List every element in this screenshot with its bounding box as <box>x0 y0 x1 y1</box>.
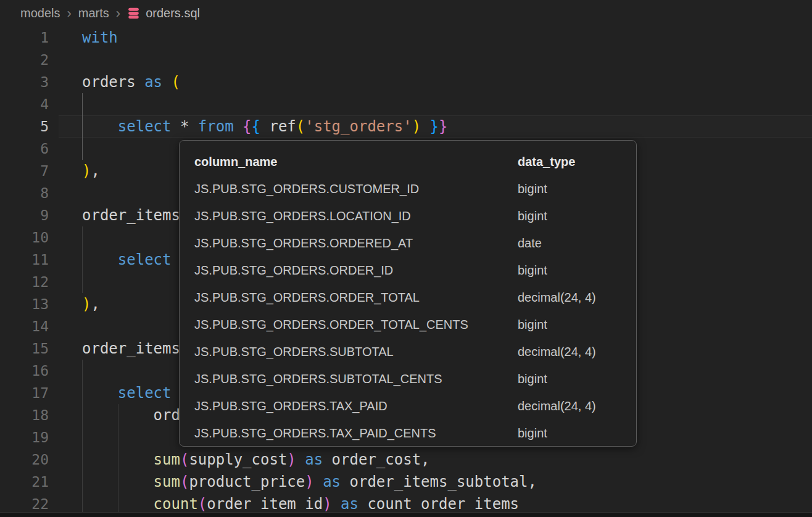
code-line-text: count(order_item_id) as count_order_item… <box>49 495 519 513</box>
code-line-text: sum(product_price) as order_items_subtot… <box>49 473 537 490</box>
line-number[interactable]: 5 <box>0 118 49 134</box>
popup-cell-column-name: JS.PUB.STG_ORDERS.SUBTOTAL_CENTS <box>194 372 518 386</box>
line-number[interactable]: 13 <box>0 296 49 312</box>
code-line[interactable]: 4 <box>0 93 812 115</box>
popup-column-row: JS.PUB.STG_ORDERS.ORDER_TOTALdecimal(24,… <box>194 284 636 311</box>
breadcrumb-item-models[interactable]: models <box>20 6 60 20</box>
line-number[interactable]: 3 <box>0 74 49 90</box>
line-number[interactable]: 11 <box>0 252 49 268</box>
popup-cell-column-name: JS.PUB.STG_ORDERS.LOCATION_ID <box>194 209 518 223</box>
line-number[interactable]: 17 <box>0 385 49 401</box>
line-number[interactable]: 15 <box>0 341 49 357</box>
popup-cell-column-name: JS.PUB.STG_ORDERS.ORDERED_AT <box>194 236 518 250</box>
line-number[interactable]: 12 <box>0 274 49 290</box>
column-info-popup: column_name data_type JS.PUB.STG_ORDERS.… <box>179 140 637 447</box>
popup-column-row: JS.PUB.STG_ORDERS.ORDERED_ATdate <box>194 230 636 257</box>
code-line-text: with <box>49 29 118 46</box>
breadcrumb-separator: › <box>67 7 71 20</box>
code-line[interactable]: 3orders as ( <box>0 71 812 93</box>
popup-column-row: JS.PUB.STG_ORDERS.TAX_PAIDdecimal(24, 4) <box>194 392 636 420</box>
code-line-text: order_items <box>49 340 180 357</box>
line-number[interactable]: 2 <box>0 52 49 68</box>
popup-column-row: JS.PUB.STG_ORDERS.LOCATION_IDbigint <box>194 202 636 230</box>
code-line-text: select <box>49 384 172 402</box>
code-line-text: ord <box>49 407 180 424</box>
database-icon <box>127 7 140 20</box>
code-line-text: order_items <box>49 207 180 224</box>
line-number[interactable]: 21 <box>0 474 49 490</box>
code-line-text: select * from {{ ref('stg_orders') }} <box>49 118 447 135</box>
popup-cell-column-name: JS.PUB.STG_ORDERS.SUBTOTAL <box>194 345 518 359</box>
breadcrumb-separator: › <box>116 7 120 20</box>
popup-column-row: JS.PUB.STG_ORDERS.SUBTOTAL_CENTSbigint <box>194 365 636 392</box>
popup-cell-column-name: JS.PUB.STG_ORDERS.ORDER_TOTAL <box>194 291 518 305</box>
code-line-text: orders as ( <box>49 73 180 91</box>
line-number[interactable]: 19 <box>0 429 49 445</box>
breadcrumb: models › marts › orders.sql <box>0 0 812 27</box>
line-number[interactable]: 22 <box>0 496 49 512</box>
popup-column-row: JS.PUB.STG_ORDERS.ORDER_IDbigint <box>194 257 636 284</box>
code-line[interactable]: 5 select * from {{ ref('stg_orders') }} <box>0 115 812 138</box>
popup-header-data-type: data_type <box>518 155 636 169</box>
popup-cell-column-name: JS.PUB.STG_ORDERS.ORDER_ID <box>194 263 518 278</box>
popup-cell-data-type: bigint <box>518 318 636 332</box>
popup-cell-data-type: date <box>518 236 636 250</box>
line-number[interactable]: 6 <box>0 141 49 157</box>
popup-cell-data-type: bigint <box>518 372 636 386</box>
code-line-text: ), <box>49 162 100 180</box>
popup-header-column-name: column_name <box>194 155 518 169</box>
line-number[interactable]: 18 <box>0 407 49 423</box>
code-line[interactable]: 1with <box>0 27 812 49</box>
line-number[interactable]: 10 <box>0 230 49 246</box>
line-number[interactable]: 1 <box>0 30 49 46</box>
popup-column-row: JS.PUB.STG_ORDERS.SUBTOTALdecimal(24, 4) <box>194 338 636 365</box>
popup-cell-data-type: bigint <box>518 426 636 440</box>
code-line[interactable]: 20 sum(supply_cost) as order_cost, <box>0 449 812 471</box>
popup-column-row: JS.PUB.STG_ORDERS.ORDER_TOTAL_CENTSbigin… <box>194 311 636 338</box>
breadcrumb-item-marts[interactable]: marts <box>78 6 109 20</box>
popup-column-row: JS.PUB.STG_ORDERS.TAX_PAID_CENTSbigint <box>194 420 636 447</box>
line-number[interactable]: 8 <box>0 185 49 201</box>
code-line-text: select <box>49 251 172 268</box>
popup-cell-data-type: decimal(24, 4) <box>518 399 636 413</box>
line-number[interactable]: 16 <box>0 363 49 379</box>
code-line[interactable]: 2 <box>0 49 812 71</box>
popup-cell-column-name: JS.PUB.STG_ORDERS.TAX_PAID <box>194 399 518 413</box>
line-number[interactable]: 20 <box>0 452 49 468</box>
code-line-text: ), <box>49 296 100 313</box>
code-line[interactable]: 21 sum(product_price) as order_items_sub… <box>0 471 812 493</box>
line-number[interactable]: 14 <box>0 318 49 334</box>
popup-cell-column-name: JS.PUB.STG_ORDERS.ORDER_TOTAL_CENTS <box>194 318 518 332</box>
line-number[interactable]: 7 <box>0 163 49 179</box>
breadcrumb-file-name[interactable]: orders.sql <box>146 6 200 20</box>
popup-cell-data-type: bigint <box>518 209 636 223</box>
line-number[interactable]: 9 <box>0 207 49 223</box>
popup-cell-column-name: JS.PUB.STG_ORDERS.TAX_PAID_CENTS <box>194 426 518 440</box>
popup-column-row: JS.PUB.STG_ORDERS.CUSTOMER_IDbigint <box>194 175 636 202</box>
popup-cell-data-type: decimal(24, 4) <box>518 291 636 305</box>
code-line-text: sum(supply_cost) as order_cost, <box>49 451 430 468</box>
line-number[interactable]: 4 <box>0 96 49 112</box>
popup-cell-data-type: bigint <box>518 182 636 196</box>
popup-cell-column-name: JS.PUB.STG_ORDERS.CUSTOMER_ID <box>194 182 518 196</box>
code-editor-window: models › marts › orders.sql 1with23order… <box>0 0 812 517</box>
popup-cell-data-type: bigint <box>518 263 636 278</box>
popup-cell-data-type: decimal(24, 4) <box>518 345 636 359</box>
popup-header-row: column_name data_type <box>194 148 636 175</box>
panel-divider <box>0 512 812 517</box>
